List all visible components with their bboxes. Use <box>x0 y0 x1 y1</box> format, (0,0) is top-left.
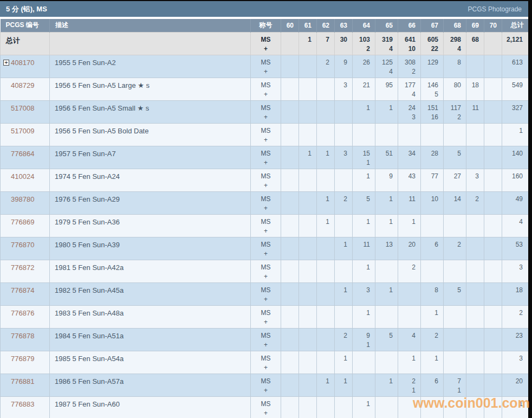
grade-count-cell <box>466 351 484 374</box>
grade-count-cell: 2 <box>398 260 421 282</box>
grade-count-cell: 21 <box>398 374 421 396</box>
grade-count-cell <box>375 305 398 328</box>
row-total: 140 <box>502 146 529 169</box>
pcgs-number-link[interactable]: 776883 <box>11 400 34 408</box>
grade-count-cell <box>421 260 444 282</box>
grade-count-cell <box>484 374 502 396</box>
grade-count-cell: 2984 <box>444 32 466 55</box>
grade-count-cell <box>335 396 353 418</box>
table-row: 7768641957 5 Fen Sun-A7MS+11315151342851… <box>1 146 529 169</box>
row-total: 2 <box>502 305 529 328</box>
grade-count-cell: 30 <box>335 32 353 55</box>
pcgs-number-link[interactable]: 408729 <box>11 81 34 89</box>
column-header-63: 63 <box>335 19 353 32</box>
grade-count-cell <box>484 100 502 123</box>
grade-count-cell <box>335 305 353 328</box>
grade-count-cell: 5 <box>375 328 398 351</box>
grade-count-cell: 5 <box>353 191 375 214</box>
grade-count-cell <box>484 78 502 100</box>
grade-count-cell: 1 <box>317 146 335 169</box>
grade-count-cell <box>281 282 299 305</box>
coin-description: 1980 5 Fen Sun-A39 <box>50 237 251 260</box>
pcgs-number-link[interactable]: 776874 <box>11 286 34 294</box>
coin-description: 1987 5 Fen Sun-A60 <box>50 396 251 418</box>
grade-count-cell <box>299 78 317 100</box>
pcgs-number-link[interactable]: 776878 <box>11 332 34 340</box>
pcgs-number-link[interactable]: 776881 <box>11 377 34 385</box>
grade-count-cell <box>281 374 299 396</box>
pcgs-number-cell: 776876 <box>1 305 50 328</box>
table-row: 4100241974 5 Fen Sun-A24MS+194377273160 <box>1 169 529 191</box>
grade-count-cell <box>317 123 335 146</box>
grade-count-cell <box>281 396 299 418</box>
designation-cell: MS+ <box>251 55 281 78</box>
expand-icon[interactable]: + <box>3 60 9 66</box>
grade-count-cell: 1 <box>375 374 398 396</box>
grade-count-cell <box>299 169 317 191</box>
pcgs-number-cell: 776869 <box>1 214 50 237</box>
grade-count-cell <box>299 191 317 214</box>
column-header-66: 66 <box>398 19 421 32</box>
grade-count-cell: 15116 <box>421 100 444 123</box>
pcgs-number-link[interactable]: 776872 <box>11 263 34 272</box>
grade-count-cell <box>335 123 353 146</box>
coin-description: 1982 5 Fen Sun-A45a <box>50 282 251 305</box>
grade-count-cell <box>281 214 299 237</box>
pcgs-number-link[interactable]: 776879 <box>11 355 34 363</box>
grade-count-cell <box>353 351 375 374</box>
pcgs-number-link[interactable]: 410024 <box>11 172 34 181</box>
grade-count-cell <box>281 237 299 260</box>
grade-count-cell: 1 <box>299 146 317 169</box>
grade-count-cell: 91 <box>353 328 375 351</box>
grade-count-cell <box>281 78 299 100</box>
column-header-65: 65 <box>375 19 398 32</box>
grade-count-cell <box>484 328 502 351</box>
grade-count-cell: 1254 <box>375 55 398 78</box>
table-row: 7768761983 5 Fen Sun-A48aMS+112 <box>1 305 529 328</box>
photograde-link[interactable]: PCGS Photograde <box>468 5 522 13</box>
grade-count-cell <box>375 396 398 418</box>
grade-count-cell <box>466 214 484 237</box>
row-total: 327 <box>502 100 529 123</box>
total-row: 总计MS+17301032319464110605222984682,121 <box>1 32 529 55</box>
pcgs-number-link[interactable]: 408170 <box>11 59 34 67</box>
grade-count-cell <box>317 78 335 100</box>
grade-count-cell <box>466 146 484 169</box>
pcgs-number-link[interactable]: 776869 <box>11 218 34 226</box>
pcgs-number-cell: 410024 <box>1 169 50 191</box>
grade-count-cell: 1 <box>353 169 375 191</box>
coin-description <box>50 32 251 55</box>
grade-count-cell <box>281 328 299 351</box>
column-header-description: 描述 <box>50 19 251 32</box>
row-total: 2,121 <box>502 32 529 55</box>
coin-description: 1986 5 Fen Sun-A57a <box>50 374 251 396</box>
grade-count-cell <box>375 260 398 282</box>
grade-count-cell: 1 <box>353 214 375 237</box>
grade-count-cell: 8 <box>421 282 444 305</box>
table-row: 3987801976 5 Fen Sun-A29MS+1251111014249 <box>1 191 529 214</box>
grade-count-cell <box>466 282 484 305</box>
pcgs-number-link[interactable]: 517009 <box>11 127 34 135</box>
table-row: 7768721981 5 Fen Sun-A42aMS+123 <box>1 260 529 282</box>
grade-count-cell: 3194 <box>375 32 398 55</box>
row-total: 49 <box>502 191 529 214</box>
total-label: 总计 <box>1 32 50 55</box>
grade-count-cell: 11 <box>353 237 375 260</box>
column-header-64: 64 <box>353 19 375 32</box>
row-total: 549 <box>502 78 529 100</box>
grade-count-cell <box>484 351 502 374</box>
pcgs-number-link[interactable]: 517008 <box>11 104 34 112</box>
grade-count-cell <box>466 260 484 282</box>
grade-count-cell: 1 <box>353 305 375 328</box>
pcgs-number-link[interactable]: 776864 <box>11 150 34 158</box>
pcgs-number-link[interactable]: 776870 <box>11 241 34 249</box>
watermark: www.coin001.com <box>413 395 530 411</box>
grade-count-cell: 28 <box>421 146 444 169</box>
column-header-designation: 称号 <box>251 19 281 32</box>
pcgs-number-link[interactable]: 398780 <box>11 195 34 203</box>
grade-count-cell <box>484 282 502 305</box>
grade-count-cell: 3 <box>353 282 375 305</box>
pcgs-number-link[interactable]: 776876 <box>11 309 34 317</box>
grade-count-cell: 77 <box>421 169 444 191</box>
grade-count-cell: 34 <box>398 146 421 169</box>
